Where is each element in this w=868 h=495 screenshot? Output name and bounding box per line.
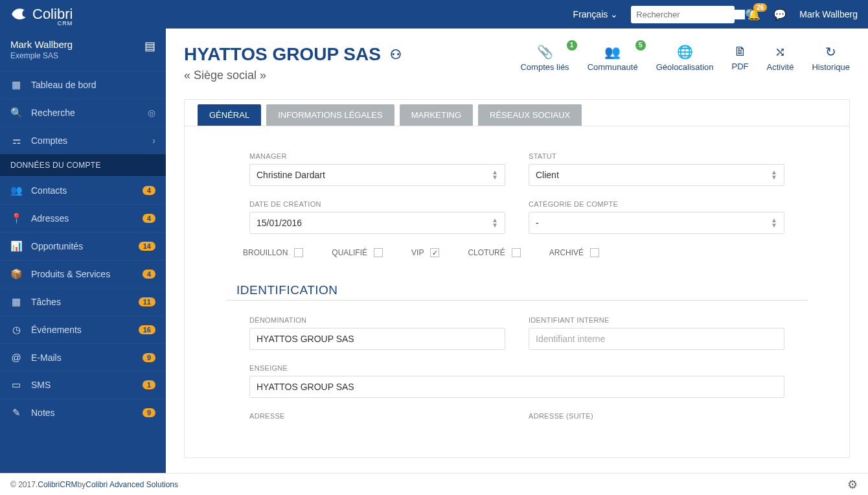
search-icon: 🔍	[10, 107, 22, 119]
checkbox-label: CLOTURÉ	[468, 248, 505, 257]
sidebar-item-contacts[interactable]: 👥Contacts4	[0, 176, 166, 204]
action-historique[interactable]: ↻Historique	[812, 44, 850, 72]
enseigne-input[interactable]	[249, 376, 784, 398]
action-activit[interactable]: ⤭Activité	[767, 44, 794, 72]
statut-select[interactable]: Client▲▼	[529, 164, 784, 186]
checkbox-label: QUALIFIÉ	[332, 248, 367, 257]
chat-icon[interactable]: 💬	[773, 8, 786, 21]
search-box[interactable]: 🔍	[631, 6, 735, 23]
adresse-label: ADRESSE	[249, 412, 505, 420]
checkbox-brouillon: BROUILLON	[243, 248, 303, 257]
date-label: DATE DE CRÉATION	[249, 200, 505, 208]
pdf-icon: 🗎	[732, 44, 749, 59]
sidebar-item-label: Événements	[31, 325, 130, 335]
select-arrows-icon: ▲▼	[771, 218, 777, 228]
chevron-right-icon: ›	[152, 135, 155, 146]
sidebar-item-label: Tableau de bord	[31, 80, 155, 90]
action-badge: 1	[567, 40, 577, 51]
language-selector[interactable]: Français ⌄	[573, 9, 619, 19]
checkbox-input[interactable]: ✓	[430, 248, 439, 257]
count-badge: 14	[139, 242, 155, 251]
statut-label: STATUT	[529, 152, 784, 160]
dashboard-icon: ▦	[10, 79, 22, 91]
identification-header: IDENTIFICATION	[236, 283, 784, 297]
sidebar: Mark Wallberg Exemple SAS ▤ ▦Tableau de …	[0, 29, 166, 473]
notifications[interactable]: 🔔 26	[748, 8, 760, 21]
address-book-icon[interactable]: ▤	[144, 39, 155, 53]
sidebar-item-opportunits[interactable]: 📊Opportunités14	[0, 232, 166, 260]
action-label: Communauté	[588, 62, 638, 72]
sidebar-item-label: SMS	[31, 380, 133, 390]
ident-input[interactable]	[529, 328, 784, 350]
checkbox-cloturé: CLOTURÉ	[468, 248, 520, 257]
sidebar-item-sms[interactable]: ▭SMS1	[0, 371, 166, 398]
pin-icon: 📍	[10, 213, 22, 224]
count-badge: 1	[143, 380, 155, 389]
shuffle-icon: ⤭	[767, 44, 794, 60]
sidebar-item-emails[interactable]: @E-Mails9	[0, 343, 166, 371]
select-arrows-icon: ▲▼	[771, 170, 777, 180]
bird-icon	[10, 6, 27, 23]
sidebar-item-adresses[interactable]: 📍Adresses4	[0, 204, 166, 232]
action-pdf[interactable]: 🗎PDF	[732, 44, 749, 72]
sidebar-item-label: Comptes	[31, 135, 143, 146]
sidebar-item-tches[interactable]: ▦Tâches11	[0, 288, 166, 316]
clip-icon: 📎1	[520, 44, 569, 60]
org-icon: ⚇	[390, 47, 402, 62]
sidebar-item-label: Recherche	[31, 108, 139, 118]
sidebar-item-comptes[interactable]: ⚎Comptes›	[0, 126, 166, 154]
count-badge: 4	[143, 270, 155, 279]
checkbox-archivé: ARCHIVÉ	[549, 248, 599, 257]
action-label: Historique	[812, 62, 850, 72]
globe-icon: 🌐	[656, 44, 714, 60]
action-golocalisation[interactable]: 🌐Géolocalisation	[656, 44, 714, 72]
count-badge: 4	[143, 186, 155, 195]
denom-input[interactable]	[249, 328, 505, 350]
date-select[interactable]: 15/01/2016▲▼	[249, 212, 505, 234]
action-communaut[interactable]: 👥5Communauté	[588, 44, 638, 72]
sidebar-item-recherche[interactable]: 🔍Recherche◎	[0, 98, 166, 126]
sidebar-item-produitsservices[interactable]: 📦Produits & Services4	[0, 260, 166, 288]
checkbox-vip: VIP✓	[411, 248, 439, 257]
checkbox-input[interactable]	[512, 248, 521, 257]
sidebar-item-label: Notes	[31, 408, 133, 418]
manager-select[interactable]: Christine Dardart▲▼	[249, 164, 505, 186]
header-user[interactable]: Mark Wallberg	[799, 9, 858, 19]
gear-icon[interactable]: ⚙	[847, 478, 858, 492]
count-badge: 11	[139, 297, 155, 306]
footer-brand-link[interactable]: ColibriCRM	[38, 480, 77, 489]
page-subtitle: « Siège social »	[184, 69, 402, 82]
target-icon: ◎	[148, 108, 155, 118]
search-input[interactable]	[636, 10, 745, 19]
tab-marketing[interactable]: MARKETING	[400, 104, 473, 126]
logo[interactable]: ColibriCRM	[10, 6, 73, 23]
notif-badge: 26	[753, 3, 767, 12]
checkbox-input[interactable]	[374, 248, 383, 257]
sidebar-item-label: Adresses	[31, 213, 133, 224]
phone-icon: ▭	[10, 379, 22, 391]
sidebar-item-vnements[interactable]: ◷Événements16	[0, 316, 166, 343]
share-icon: ⚎	[10, 135, 22, 146]
action-label: Activité	[767, 62, 794, 72]
users-icon: 👥	[10, 185, 22, 196]
page-title: HYATTOS GROUP SAS ⚇	[184, 44, 402, 65]
tab-informationslgales[interactable]: INFORMATIONS LÉGALES	[266, 104, 394, 126]
footer-company-link[interactable]: Colibri Advanced Solutions	[86, 480, 178, 489]
categorie-label: CATÉGORIE DE COMPTE	[529, 200, 784, 208]
sidebar-item-tableaudebord[interactable]: ▦Tableau de bord	[0, 71, 166, 98]
checkbox-input[interactable]	[590, 248, 599, 257]
action-label: Comptes liés	[520, 62, 569, 72]
checkbox-label: VIP	[411, 248, 424, 257]
action-compteslis[interactable]: 📎1Comptes liés	[520, 44, 569, 72]
checkbox-input[interactable]	[294, 248, 303, 257]
categorie-select[interactable]: -▲▼	[529, 212, 784, 234]
sidebar-item-notes[interactable]: ✎Notes9	[0, 398, 166, 426]
chevron-down-icon: ⌄	[610, 9, 618, 19]
action-label: Géolocalisation	[656, 62, 714, 72]
tab-gnral[interactable]: GÉNÉRAL	[198, 104, 261, 126]
tab-rseauxsociaux[interactable]: RÉSEAUX SOCIAUX	[478, 104, 582, 126]
count-badge: 9	[143, 353, 155, 362]
adresse-suite-label: ADRESSE (SUITE)	[529, 412, 784, 420]
chart-icon: 📊	[10, 240, 22, 252]
group-icon: 👥5	[588, 44, 638, 60]
